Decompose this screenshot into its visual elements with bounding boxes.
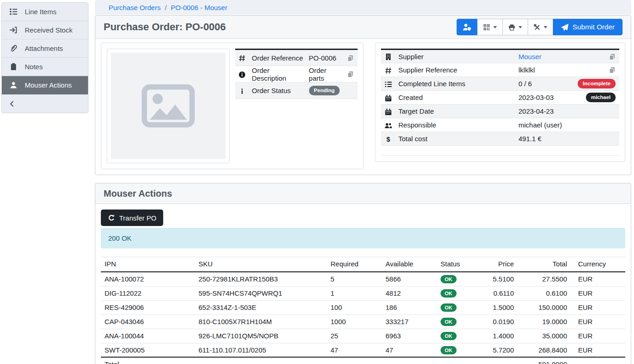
- sidebar-item-attachments[interactable]: Attachments: [2, 39, 88, 58]
- copy-icon: [609, 54, 616, 61]
- breadcrumb-link-current[interactable]: PO-0006 - Mouser: [171, 4, 227, 11]
- column-header-sku: SKU: [195, 257, 327, 272]
- chevron-left-icon: [9, 100, 16, 107]
- currency-cell: EUR: [571, 286, 625, 300]
- detail-label: Target Date: [396, 105, 516, 118]
- detail-value: Order parts: [306, 66, 342, 83]
- completed-line-items-value: 0 / 6: [518, 80, 532, 88]
- ipn-cell: CAP-043046: [101, 314, 195, 329]
- user-icon-wrap: [8, 81, 18, 89]
- calendar-icon: [385, 94, 392, 102]
- sidebar-collapse-button[interactable]: [2, 94, 88, 113]
- status-badge: Pending: [309, 86, 340, 95]
- detail-icon-cell: [381, 50, 396, 63]
- detail-icon-cell: [235, 83, 249, 99]
- sku-cell: 652-3314Z-1-503E: [195, 300, 327, 314]
- paperclip-icon: [10, 44, 17, 52]
- detail-row-total-cost: $Total cost491.1 €: [381, 132, 619, 146]
- line-item-row-ana-100072: ANA-100072250-72981KLRATR150B355866OK5.5…: [101, 272, 625, 286]
- order-actions-menu-button[interactable]: [528, 19, 553, 35]
- sidebar-item-notes[interactable]: Notes: [2, 58, 88, 76]
- total-cell: 268.8400: [518, 343, 571, 357]
- header-actions: Submit Order: [457, 19, 623, 35]
- status-cell: OK: [437, 343, 483, 357]
- tools-icon: [534, 23, 540, 31]
- mouser-actions-panel: Mouser Actions Transfer PO 200 OK IPNSKU…: [95, 183, 631, 364]
- ipn-cell: ANA-100072: [101, 272, 195, 286]
- status-alert: 200 OK: [101, 228, 625, 248]
- status-cell: OK: [437, 329, 483, 343]
- paperclip-icon-wrap: [8, 44, 18, 52]
- sidebar-item-received-stock[interactable]: Received Stock: [2, 21, 88, 39]
- copy-icon: [347, 55, 354, 62]
- required-cell: 100: [327, 300, 382, 314]
- user-shield-icon: [463, 23, 472, 31]
- currency-cell: EUR: [571, 329, 625, 343]
- copy-button[interactable]: [609, 53, 616, 61]
- status-badge: Incomplete: [578, 79, 616, 88]
- detail-icon-cell: [381, 118, 396, 132]
- detail-icon-cell: [381, 63, 396, 77]
- detail-row-supplier-reference: Supplier Referencelklklkl: [381, 63, 619, 77]
- detail-extra: [565, 132, 619, 146]
- qrcode-icon: [483, 23, 490, 31]
- mouser-actions-body: Transfer PO 200 OK IPNSKURequiredAvailab…: [95, 204, 631, 364]
- copy-button[interactable]: [347, 71, 354, 78]
- sidebar-item-line-items[interactable]: Line Items: [2, 3, 88, 21]
- detail-icon-cell: [381, 77, 396, 91]
- list-ol-icon: [10, 8, 17, 16]
- detail-row-target-date: Target Date2023-04-23: [381, 105, 619, 118]
- paper-plane-icon: [561, 23, 568, 31]
- transfer-po-button[interactable]: Transfer PO: [101, 210, 163, 226]
- sign-in-icon-wrap: [8, 26, 18, 34]
- available-cell: 333217: [382, 314, 437, 329]
- order-image-box[interactable]: [107, 49, 230, 163]
- line-items-header-row: IPNSKURequiredAvailableStatusPriceTotalC…: [101, 257, 625, 272]
- dollar-icon: $: [385, 136, 392, 143]
- copy-button[interactable]: [609, 67, 616, 74]
- detail-icon-cell: [235, 66, 249, 83]
- line-items-table: IPNSKURequiredAvailableStatusPriceTotalC…: [101, 257, 625, 364]
- clipboard-icon: [10, 63, 17, 71]
- currency-cell: EUR: [571, 300, 625, 314]
- detail-extra: [565, 63, 619, 77]
- required-cell: 1000: [327, 314, 382, 329]
- total-cell: 27.5500: [518, 272, 571, 286]
- copy-icon: [609, 67, 616, 74]
- refresh-icon: [108, 214, 115, 221]
- info-icon: [238, 88, 246, 95]
- submit-order-button[interactable]: Submit Order: [553, 19, 623, 35]
- detail-row-order-status: Order StatusPending: [235, 83, 358, 99]
- copy-icon: [347, 71, 354, 78]
- detail-value: 2023-04-23: [516, 105, 565, 118]
- column-header-available: Available: [382, 257, 437, 272]
- admin-button[interactable]: [457, 19, 478, 35]
- price-cell: 0.0190: [483, 314, 518, 329]
- image-placeholder: [111, 53, 226, 159]
- status-ok-badge: OK: [441, 289, 457, 298]
- detail-empty-row: [381, 146, 619, 156]
- supplier-details-table: SupplierMouserSupplier ReferencelklklklC…: [381, 49, 619, 156]
- line-item-row-ana-100044: ANA-100044926-LMC7101QM5/NOPB256963OK1.4…: [101, 329, 625, 343]
- barcode-menu-button[interactable]: [477, 19, 503, 35]
- detail-extra: Incomplete: [565, 77, 619, 91]
- detail-row-order-description: Order DescriptionOrder parts: [235, 66, 358, 83]
- price-cell: 0.6110: [483, 286, 518, 300]
- sidebar: Line ItemsReceived StockAttachmentsNotes…: [1, 2, 88, 113]
- purchase-order-panel: Purchase Order: PO-0006: [95, 15, 631, 175]
- supplier-link[interactable]: Mouser: [518, 53, 541, 61]
- sidebar-item-mouser-actions[interactable]: Mouser Actions: [2, 76, 88, 94]
- copy-button[interactable]: [347, 55, 354, 62]
- print-menu-button[interactable]: [502, 19, 528, 35]
- available-cell: 47: [382, 343, 437, 357]
- sku-cell: 595-SN74HCS74QPWRQ1: [195, 286, 327, 300]
- currency-cell: EUR: [571, 343, 625, 357]
- sku-cell: 611-110.107.011/0205: [195, 343, 327, 357]
- breadcrumb-link-purchase-orders[interactable]: Purchase Orders: [109, 4, 160, 11]
- available-cell: 5866: [382, 272, 437, 286]
- detail-icon-cell: $: [381, 132, 396, 146]
- total-row-currency: [571, 357, 625, 364]
- detail-value: lklklkl: [516, 63, 565, 77]
- line-item-row-swt-200005: SWT-200005611-110.107.011/02054747OK5.72…: [101, 343, 625, 357]
- hash-icon: [238, 55, 246, 62]
